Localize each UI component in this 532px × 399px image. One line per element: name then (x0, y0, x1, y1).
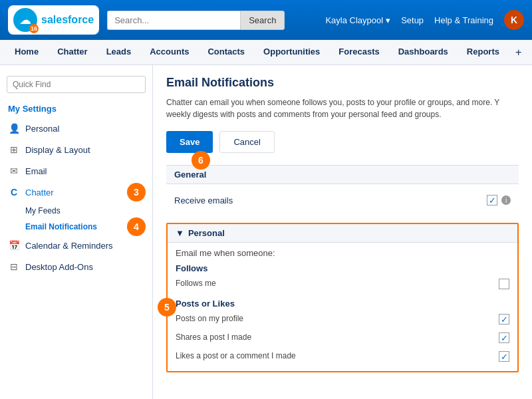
chatter-icon: C (8, 186, 20, 198)
receive-emails-checkbox[interactable]: ✓ (487, 195, 497, 205)
receive-emails-info-icon[interactable]: i (501, 196, 511, 205)
follows-subsection: Follows Follows me (176, 263, 509, 293)
nav-item-leads[interactable]: Leads (97, 41, 141, 64)
posts-likes-subsection: Posts or Likes Posts on my profile ✓ Sha… (176, 299, 509, 366)
search-input[interactable] (107, 11, 240, 30)
email-icon: ✉ (8, 165, 20, 177)
personal-section-body: Email me when someone: Follows Follows m… (168, 243, 517, 371)
header-right: Kayla Claypool ▾ Setup Help & Training K (325, 10, 524, 30)
step-3-badge: 3 (127, 183, 146, 201)
nav-more-button[interactable]: + (509, 41, 528, 64)
desktop-icon: ⊟ (8, 261, 20, 273)
follows-me-checkbox[interactable] (499, 279, 509, 289)
general-section-body: Receive emails ✓ i (166, 184, 519, 216)
nav-item-contacts[interactable]: Contacts (198, 41, 254, 64)
avatar: K (504, 10, 524, 30)
sidebar-item-email[interactable]: ✉ Email (0, 160, 152, 182)
sidebar-item-chatter[interactable]: C Chatter 3 (0, 182, 152, 203)
salesforce-logo-icon: ☁ 16 (13, 8, 37, 32)
posts-profile-checkbox[interactable]: ✓ (499, 314, 509, 325)
logo-text: salesforce (41, 14, 94, 26)
display-icon: ⊞ (8, 144, 20, 156)
general-section: General Receive emails ✓ i (166, 165, 519, 216)
sidebar: My Settings 👤 Personal ⊞ Display & Layou… (0, 65, 153, 399)
calendar-icon: 📅 (8, 239, 20, 251)
nav-bar: Home Chatter Leads Accounts Contacts Opp… (0, 40, 532, 65)
nav-item-home[interactable]: Home (5, 41, 48, 64)
personal-section-header: ▼ Personal (168, 224, 517, 243)
step-6-badge: 6 (192, 151, 210, 170)
follows-me-row: Follows me (176, 275, 509, 293)
step-4-badge: 4 (127, 217, 146, 236)
help-training-link[interactable]: Help & Training (434, 15, 493, 25)
nav-item-opportunities[interactable]: Opportunities (254, 41, 329, 64)
top-header: ☁ 16 salesforce Search Kayla Claypool ▾ … (0, 0, 532, 40)
sidebar-subitem-my-feeds[interactable]: My Feeds (0, 203, 152, 219)
likes-post-checkbox[interactable]: ✓ (499, 351, 509, 362)
logo-badge: 16 (29, 24, 39, 33)
setup-link[interactable]: Setup (401, 15, 424, 25)
receive-emails-controls: ✓ i (487, 195, 511, 205)
sidebar-item-personal[interactable]: 👤 Personal (0, 118, 152, 139)
logo-area: ☁ 16 salesforce (8, 5, 99, 35)
search-button[interactable]: Search (240, 11, 285, 30)
main-layout: My Settings 👤 Personal ⊞ Display & Layou… (0, 65, 532, 399)
sidebar-subitem-email-notifications[interactable]: Email Notifications 4 (0, 219, 152, 235)
quick-find-wrap (0, 72, 152, 97)
shares-post-checkbox[interactable]: ✓ (499, 332, 509, 343)
nav-item-accounts[interactable]: Accounts (140, 41, 198, 64)
sidebar-item-display-layout[interactable]: ⊞ Display & Layout (0, 139, 152, 160)
personal-section: ▼ Personal Email me when someone: Follow… (166, 223, 519, 372)
nav-item-forecasts[interactable]: Forecasts (329, 41, 388, 64)
sidebar-item-desktop-addons[interactable]: ⊟ Desktop Add-Ons (0, 256, 152, 277)
quick-find-input[interactable] (7, 76, 146, 93)
action-buttons: Save Cancel 6 (166, 131, 519, 153)
general-section-header: General (166, 165, 519, 184)
step-5-badge: 5 (158, 298, 176, 317)
search-area: Search (107, 11, 293, 30)
my-settings-title: My Settings (0, 97, 152, 118)
person-icon: 👤 (8, 122, 20, 134)
nav-item-dashboards[interactable]: Dashboards (389, 41, 458, 64)
user-name[interactable]: Kayla Claypool ▾ (325, 15, 390, 25)
page-title: Email Notifications (166, 76, 519, 90)
sidebar-item-calendar-reminders[interactable]: 📅 Calendar & Reminders (0, 235, 152, 256)
receive-emails-row: Receive emails ✓ i (174, 191, 511, 209)
nav-item-chatter[interactable]: Chatter (48, 41, 97, 64)
save-button[interactable]: Save (166, 131, 213, 153)
content-area: Email Notifications Chatter can email yo… (153, 65, 532, 399)
likes-post-row: Likes a post or a comment I made ✓ (176, 347, 509, 366)
description-text: Chatter can email you when someone follo… (166, 96, 519, 120)
cancel-button[interactable]: Cancel (219, 131, 274, 153)
email-when-label: Email me when someone: (176, 248, 509, 258)
posts-profile-row: Posts on my profile ✓ (176, 310, 509, 329)
shares-post-row: Shares a post I made ✓ (176, 329, 509, 347)
nav-item-reports[interactable]: Reports (458, 41, 509, 64)
